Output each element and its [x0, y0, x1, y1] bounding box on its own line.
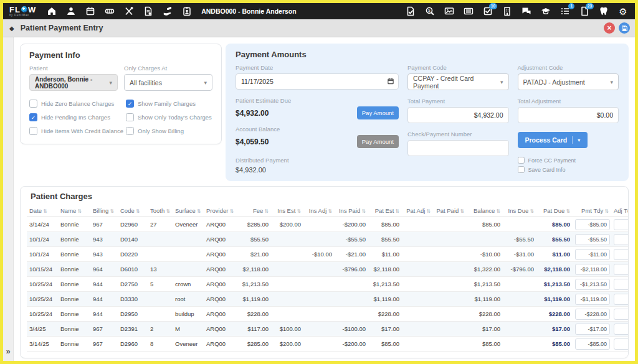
checkbox-icon[interactable]: ✓	[29, 113, 37, 121]
check-number-input[interactable]	[407, 140, 509, 156]
education-icon[interactable]	[540, 6, 551, 17]
pmt-tdy-input[interactable]	[575, 279, 610, 290]
sort-icon: ⇅	[297, 208, 301, 214]
search-dollar-icon[interactable]: $	[424, 6, 436, 17]
pay-balance-button[interactable]: Pay Amount	[357, 135, 399, 148]
pmt-tdy-input[interactable]	[575, 338, 610, 350]
column-header-pat-due[interactable]: Pat Due⇅	[536, 205, 573, 217]
checkbox-icon[interactable]: ✓	[126, 100, 134, 108]
imaging-icon[interactable]	[444, 6, 455, 17]
column-header-name[interactable]: Name⇅	[58, 205, 90, 217]
filter-checkbox-2[interactable]: Hide Items With Credit Balance	[29, 127, 123, 135]
payment-date-input[interactable]	[236, 73, 399, 90]
denture-icon[interactable]	[104, 6, 115, 17]
process-card-button[interactable]: Process Card ▾	[518, 132, 588, 148]
column-header-fee[interactable]: Fee⇅	[235, 205, 271, 217]
billing-icon[interactable]	[143, 6, 154, 17]
checkbox-icon[interactable]	[518, 157, 525, 164]
contact-card-icon[interactable]	[181, 6, 193, 17]
column-header-adj-tdy[interactable]: Adj Tdy⇅	[611, 205, 629, 217]
checkbox-icon[interactable]	[126, 127, 134, 135]
column-header-ins-paid[interactable]: Ins Paid⇅	[335, 205, 368, 217]
column-header-ins-est[interactable]: Ins Est⇅	[271, 205, 303, 217]
home-icon[interactable]	[46, 6, 57, 17]
charge-row-1[interactable]: 10/1/24Bonnie943D0140ARQ00$55.50-$55.50$…	[27, 232, 629, 247]
save-button[interactable]	[619, 22, 630, 34]
charge-row-6[interactable]: 10/25/24Bonnie944D2950buildupARQ00$228.0…	[27, 307, 629, 322]
facility-select[interactable]: All facilities ▾	[124, 74, 212, 91]
filter-checkbox-1[interactable]: ✓Hide Pending Ins Charges	[29, 113, 123, 121]
close-button[interactable]: ×	[604, 22, 615, 34]
filter-checkbox-0[interactable]: Hide Zero Balance Charges	[29, 100, 123, 108]
adjustment-code-select[interactable]: PATADJ - Adjustment ▾	[518, 73, 619, 90]
column-header-date[interactable]: Date⇅	[27, 205, 58, 217]
column-header-pmt-tdy[interactable]: Pmt Tdy⇅	[573, 205, 611, 217]
checkbox-icon[interactable]	[29, 100, 37, 108]
flow-logo[interactable]: FLW by DentiMax	[9, 6, 36, 17]
patient-select[interactable]: Anderson, Bonnie - ANDBO000 ▾	[29, 74, 118, 91]
total-adjustment-input[interactable]	[518, 107, 619, 123]
document-check-icon[interactable]	[405, 6, 416, 17]
charge-row-2[interactable]: 10/1/24Bonnie943D0220ARQ00$21.00-$10.00-…	[27, 247, 629, 262]
filter-checkbox-5[interactable]: Only Show Billing	[126, 127, 212, 135]
cell	[611, 217, 629, 232]
adj-tdy-input[interactable]	[614, 249, 629, 260]
pmt-tdy-input[interactable]	[575, 234, 610, 245]
pmt-tdy-input[interactable]	[575, 219, 610, 230]
pmt-tdy-input[interactable]	[575, 264, 610, 275]
column-header-ins-due[interactable]: Ins Due⇅	[503, 205, 536, 217]
adj-tdy-input[interactable]	[614, 219, 629, 230]
patient-icon[interactable]	[65, 6, 77, 17]
column-header-billing[interactable]: Billing⇅	[90, 205, 118, 217]
pmt-tdy-input[interactable]	[575, 294, 610, 305]
schedule-icon[interactable]	[85, 6, 96, 17]
force-cc-checkbox[interactable]: Force CC Payment	[518, 157, 619, 164]
column-header-pat-adj[interactable]: Pat Adj⇅	[402, 205, 433, 217]
column-header-tooth[interactable]: Tooth⇅	[148, 205, 173, 217]
pmt-tdy-input[interactable]	[575, 324, 610, 335]
checkbox-icon[interactable]	[29, 127, 37, 135]
adj-tdy-input[interactable]	[614, 234, 629, 245]
topbar-right-icons: $10123⚙	[405, 6, 629, 17]
adj-tdy-input[interactable]	[614, 264, 629, 275]
documents-icon[interactable]: 23	[579, 6, 590, 17]
filter-checkbox-4[interactable]: Show Only Today's Charges	[126, 113, 212, 121]
pay-estimate-button[interactable]: Pay Amount	[357, 106, 399, 119]
column-header-provider[interactable]: Provider⇅	[204, 205, 235, 217]
checklist-icon[interactable]: 1	[559, 6, 571, 17]
adj-tdy-input[interactable]	[614, 338, 629, 350]
pmt-tdy-input[interactable]	[575, 249, 610, 260]
charge-row-4[interactable]: 10/25/24Bonnie944D27505crownARQ00$1,213.…	[27, 277, 629, 292]
filter-checkbox-3[interactable]: ✓Show Family Charges	[126, 100, 212, 108]
total-payment-input[interactable]	[407, 107, 509, 123]
column-header-pat-est[interactable]: Pat Est⇅	[368, 205, 402, 217]
adj-tdy-input[interactable]	[614, 294, 629, 305]
payment-code-select[interactable]: CCPAY - Credit Card Payment ▾	[407, 73, 509, 90]
instruments-icon[interactable]	[123, 6, 135, 17]
column-header-pat-paid[interactable]: Pat Paid⇅	[433, 205, 467, 217]
list-icon[interactable]	[463, 6, 474, 17]
column-header-balance[interactable]: Balance⇅	[467, 205, 503, 217]
adj-tdy-input[interactable]	[614, 324, 629, 335]
column-header-code[interactable]: Code⇅	[118, 205, 148, 217]
column-header-surface[interactable]: Surface⇅	[173, 205, 204, 217]
tooth-icon[interactable]	[598, 6, 609, 17]
office-icon[interactable]	[502, 6, 513, 17]
save-card-checkbox[interactable]: Save Card Info	[518, 166, 619, 173]
tasks-icon[interactable]: 10	[482, 6, 493, 17]
charge-row-7[interactable]: 3/4/25Bonnie967D23912MARQ00$117.00$100.0…	[27, 322, 629, 337]
adj-tdy-input[interactable]	[614, 309, 629, 320]
charge-row-8[interactable]: 3/14/25Bonnie967D29608OveneerARQ00$285.0…	[27, 337, 629, 352]
charge-row-5[interactable]: 10/25/24Bonnie944D3330rootARQ00$1,119.00…	[27, 292, 629, 307]
pmt-tdy-input[interactable]	[575, 309, 610, 320]
charge-row-3[interactable]: 10/15/24Bonnie964D601013ARQ00$2,118.00-$…	[27, 262, 629, 277]
checkbox-icon[interactable]	[518, 166, 525, 173]
expand-panel-button[interactable]: »	[6, 347, 10, 361]
treatment-hand-icon[interactable]	[162, 6, 173, 17]
checkbox-icon[interactable]	[126, 113, 134, 121]
adj-tdy-input[interactable]	[614, 279, 629, 290]
messages-icon[interactable]	[521, 6, 532, 17]
charge-row-0[interactable]: 3/14/24Bonnie967D296027OveneerARQ00$285.…	[27, 217, 629, 232]
settings-icon[interactable]: ⚙	[617, 6, 629, 17]
column-header-ins-adj[interactable]: Ins Adj⇅	[303, 205, 335, 217]
